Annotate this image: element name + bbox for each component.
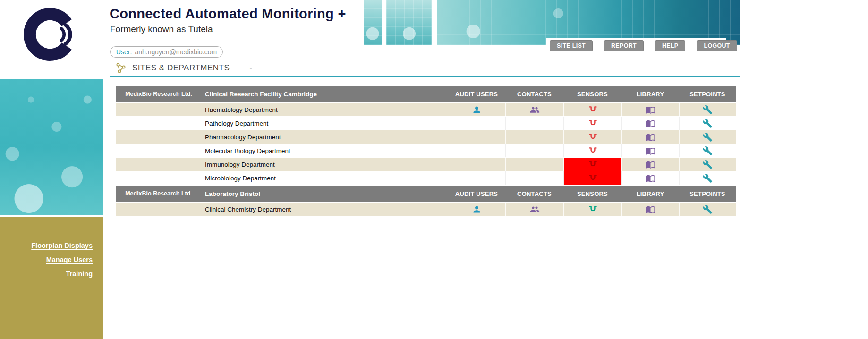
org-spacer-cell xyxy=(116,144,201,157)
sensors-cell xyxy=(563,144,621,157)
library-cell xyxy=(621,203,679,216)
library-book-icon[interactable] xyxy=(646,160,655,170)
banner-decorative-image xyxy=(364,0,382,45)
site-header-row: MedixBio Research Ltd.Laboratory Bristol… xyxy=(116,186,736,202)
site-organisation: MedixBio Research Ltd. xyxy=(116,186,201,202)
department-name: Microbiology Department xyxy=(201,171,448,185)
department-name: Immunology Department xyxy=(201,158,448,171)
setpoints-wrench-icon[interactable] xyxy=(703,204,713,214)
library-book-icon[interactable] xyxy=(646,146,655,156)
library-book-icon[interactable] xyxy=(646,132,655,142)
nav-button-help[interactable]: HELP xyxy=(655,40,686,51)
sensors-cell xyxy=(563,130,621,144)
site-header-row: MedixBio Research Ltd.Clinical Research … xyxy=(116,86,736,102)
site-name: Clinical Research Facility Cambridge xyxy=(201,86,448,102)
column-header-sensors: SENSORS xyxy=(563,186,621,202)
sidebar-menu: Floorplan DisplaysManage UsersTraining xyxy=(0,217,103,339)
department-name: Pathology Department xyxy=(201,117,448,130)
sites-table: MedixBio Research Ltd.Clinical Research … xyxy=(116,86,736,216)
nav-button-site-list[interactable]: SITE LIST xyxy=(550,40,593,51)
page: Connected Automated Monitoring + Formerl… xyxy=(0,0,868,339)
setpoints-cell xyxy=(679,171,736,185)
library-book-icon[interactable] xyxy=(646,105,655,115)
logo-ring-icon xyxy=(17,3,83,66)
setpoints-wrench-icon[interactable] xyxy=(703,146,713,156)
setpoints-wrench-icon[interactable] xyxy=(703,132,713,142)
setpoints-cell xyxy=(679,103,736,116)
sensors-cell xyxy=(563,171,621,185)
column-header-library: LIBRARY xyxy=(621,186,679,202)
department-row: Microbiology Department xyxy=(116,171,736,185)
nav-button-report[interactable]: REPORT xyxy=(604,40,644,51)
contacts-cell xyxy=(505,103,563,116)
contacts-cell xyxy=(505,130,563,144)
sensor-probe-icon[interactable] xyxy=(588,119,598,128)
audit-users-cell xyxy=(448,117,505,130)
audit-users-cell xyxy=(448,103,505,116)
app-logo xyxy=(17,3,83,66)
site-block: MedixBio Research Ltd.Laboratory Bristol… xyxy=(116,186,736,216)
contacts-group-icon[interactable] xyxy=(530,204,540,214)
library-book-icon[interactable] xyxy=(646,173,655,183)
org-spacer-cell xyxy=(116,103,201,116)
sensor-probe-icon[interactable] xyxy=(588,204,598,214)
sensor-probe-icon[interactable] xyxy=(588,160,598,170)
sensors-cell xyxy=(563,117,621,130)
department-row: Pathology Department xyxy=(116,117,736,130)
org-spacer-cell xyxy=(116,130,201,144)
department-name: Molecular Biology Department xyxy=(201,144,448,157)
org-spacer-cell xyxy=(116,171,201,185)
department-name: Haematology Department xyxy=(201,103,448,116)
audit-users-cell xyxy=(448,144,505,157)
column-header-library: LIBRARY xyxy=(621,86,679,102)
sidebar-link-training[interactable]: Training xyxy=(0,267,103,281)
page-title: Connected Automated Monitoring + xyxy=(110,6,346,22)
setpoints-wrench-icon[interactable] xyxy=(703,105,713,115)
section-divider xyxy=(110,76,740,77)
setpoints-wrench-icon[interactable] xyxy=(703,160,713,170)
sidebar-link-manage-users[interactable]: Manage Users xyxy=(0,253,103,267)
site-organisation: MedixBio Research Ltd. xyxy=(116,86,201,102)
section-title: SITES & DEPARTMENTS xyxy=(132,63,230,73)
sensor-probe-icon[interactable] xyxy=(588,173,598,183)
site-name: Laboratory Bristol xyxy=(201,186,448,202)
contacts-cell xyxy=(505,171,563,185)
setpoints-wrench-icon[interactable] xyxy=(703,173,713,183)
department-name: Clinical Chemistry Department xyxy=(201,203,448,216)
setpoints-cell xyxy=(679,144,736,157)
library-book-icon[interactable] xyxy=(646,204,655,214)
department-row: Clinical Chemistry Department xyxy=(116,203,736,216)
setpoints-cell xyxy=(679,203,736,216)
column-header-contacts: CONTACTS xyxy=(505,86,563,102)
library-book-icon[interactable] xyxy=(646,119,655,128)
department-row: Pharmacology Department xyxy=(116,130,736,144)
sensors-cell xyxy=(563,203,621,216)
contacts-cell xyxy=(505,117,563,130)
column-header-audit-users: AUDIT USERS xyxy=(448,186,505,202)
nav-buttons: SITE LISTREPORTHELPLOGOUT xyxy=(550,40,737,51)
user-label: User: xyxy=(116,48,132,56)
banner-decorative-image xyxy=(386,0,432,45)
sensor-probe-icon[interactable] xyxy=(588,146,598,156)
contacts-cell xyxy=(505,158,563,171)
column-header-setpoints: SETPOINTS xyxy=(679,186,736,202)
collapse-toggle[interactable]: - xyxy=(249,63,252,73)
sensor-probe-icon[interactable] xyxy=(588,132,598,142)
library-cell xyxy=(621,158,679,171)
org-spacer-cell xyxy=(116,117,201,130)
org-spacer-cell xyxy=(116,203,201,216)
nav-button-logout[interactable]: LOGOUT xyxy=(697,40,737,51)
setpoints-wrench-icon[interactable] xyxy=(703,119,713,128)
sidebar-link-floorplan-displays[interactable]: Floorplan Displays xyxy=(0,238,103,253)
section-bar: SITES & DEPARTMENTS - xyxy=(115,62,252,74)
department-row: Immunology Department xyxy=(116,158,736,171)
audit-user-icon[interactable] xyxy=(472,105,482,115)
org-spacer-cell xyxy=(116,158,201,171)
setpoints-cell xyxy=(679,158,736,171)
department-row: Molecular Biology Department xyxy=(116,144,736,157)
sensor-probe-icon[interactable] xyxy=(588,105,598,115)
audit-user-icon[interactable] xyxy=(472,204,482,214)
user-email: anh.nguyen@medixbio.com xyxy=(135,48,217,56)
page-subtitle: Formerly known as Tutela xyxy=(110,24,213,34)
contacts-group-icon[interactable] xyxy=(530,105,540,115)
